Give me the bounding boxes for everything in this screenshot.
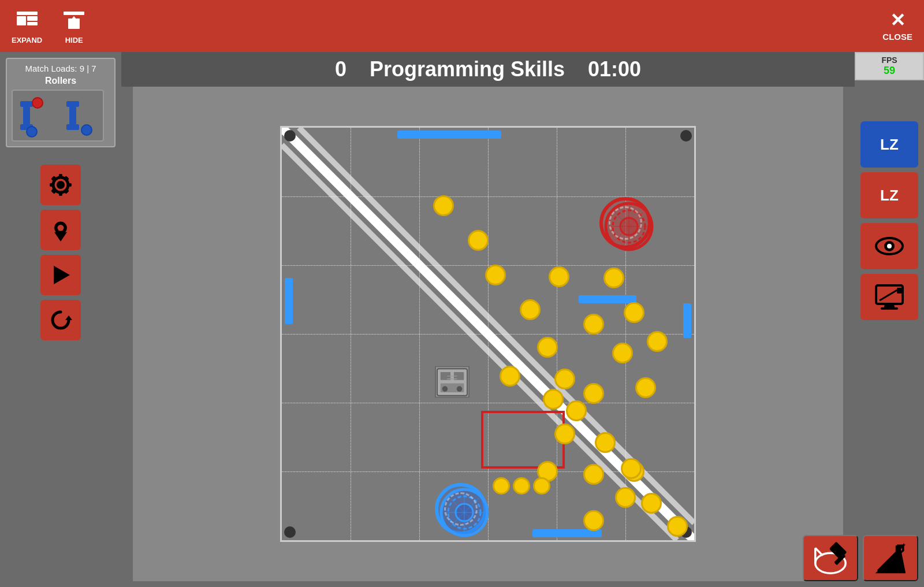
bottom-right-row (797, 535, 924, 581)
match-loads: Match Loads: 9 | 7 (12, 64, 110, 73)
disc-4 (520, 299, 541, 320)
svg-point-52 (442, 386, 448, 392)
left-panel: Match Loads: 9 | 7 Rollers (0, 52, 121, 587)
corner-tl (284, 130, 296, 142)
barrier-left-mid (285, 278, 293, 324)
robot (435, 366, 470, 398)
svg-rect-0 (17, 12, 38, 15)
fps-label: FPS (860, 55, 918, 65)
svg-rect-5 (68, 18, 80, 29)
topbar: EXPAND HIDE ✕ CLOSE (0, 0, 924, 52)
game-title: Programming Skills (370, 57, 565, 81)
svg-line-66 (815, 548, 823, 556)
right-panel: LZ LZ (855, 87, 924, 587)
corner-bl (284, 526, 296, 538)
rollers-label: Rollers (12, 76, 110, 86)
location-button[interactable] (40, 210, 81, 250)
disc-1 (433, 195, 454, 216)
svg-line-46 (614, 212, 643, 241)
svg-marker-30 (65, 315, 72, 320)
settings-button[interactable] (40, 165, 81, 205)
field-area (133, 87, 843, 581)
svg-rect-21 (67, 183, 72, 187)
svg-line-39 (450, 498, 479, 527)
disc-10 (641, 493, 662, 514)
svg-point-36 (456, 504, 473, 521)
disc-23 (583, 464, 604, 485)
barrier-right-lower (683, 303, 691, 338)
barrier-top (397, 131, 501, 139)
svg-rect-19 (59, 191, 62, 196)
svg-point-15 (81, 125, 92, 135)
svg-rect-20 (50, 183, 54, 187)
disc-20 (583, 383, 604, 404)
svg-rect-63 (897, 288, 901, 294)
disc-2 (468, 230, 489, 251)
svg-marker-6 (71, 16, 77, 20)
disc-26 (583, 510, 604, 531)
disc-11 (667, 516, 688, 537)
disc-14 (583, 314, 604, 335)
svg-rect-61 (881, 307, 898, 310)
close-button[interactable]: ✕ CLOSE (882, 11, 912, 42)
disc-13 (603, 268, 624, 288)
disc-24 (621, 458, 642, 479)
svg-rect-8 (20, 101, 33, 107)
disc-16 (612, 343, 633, 363)
monitor-button[interactable] (860, 274, 918, 320)
svg-point-43 (620, 218, 638, 235)
play-button[interactable] (40, 255, 81, 295)
svg-point-16 (57, 181, 65, 189)
fps-value: 59 (860, 65, 918, 77)
lz-red-button[interactable]: LZ (860, 172, 918, 218)
disc-15 (624, 302, 644, 323)
svg-line-62 (880, 289, 899, 300)
svg-rect-3 (27, 22, 38, 25)
svg-point-11 (32, 98, 43, 108)
svg-rect-4 (64, 12, 84, 15)
disc-28 (493, 477, 510, 495)
svg-point-53 (457, 386, 463, 392)
svg-point-58 (887, 244, 892, 248)
lasso-button[interactable] (803, 535, 858, 581)
svg-marker-70 (875, 548, 906, 574)
disc-7 (566, 400, 587, 421)
rollers-display (12, 90, 104, 142)
svg-marker-28 (54, 232, 67, 242)
disc-19 (543, 389, 564, 410)
svg-marker-29 (54, 266, 70, 284)
barrier-right-upper (579, 295, 636, 303)
score-value: 0 (335, 57, 346, 81)
disc-21 (635, 377, 656, 398)
disc-5 (537, 337, 558, 358)
corner-tr (680, 130, 692, 142)
view-button[interactable] (860, 223, 918, 269)
red-zone (481, 411, 565, 469)
svg-point-27 (58, 225, 64, 231)
disc-30 (533, 477, 550, 495)
game-field (280, 126, 696, 542)
svg-rect-13 (66, 101, 79, 107)
svg-rect-14 (66, 124, 79, 130)
disc-17 (647, 331, 668, 352)
left-buttons (40, 165, 81, 340)
disc-18 (500, 366, 520, 387)
svg-rect-1 (17, 16, 26, 25)
disc-25 (615, 487, 636, 508)
reset-button[interactable] (40, 300, 81, 340)
fps-display: FPS 59 (855, 52, 924, 80)
info-box: Match Loads: 9 | 7 Rollers (6, 58, 116, 147)
disc-6 (554, 369, 575, 389)
goal-blue (435, 483, 487, 535)
goal-red (599, 197, 651, 249)
arrow-button[interactable] (863, 535, 918, 581)
svg-rect-18 (59, 174, 62, 179)
expand-button[interactable]: EXPAND (12, 8, 42, 44)
disc-22 (554, 423, 575, 444)
hide-button[interactable]: HIDE (59, 8, 88, 44)
lz-blue-button[interactable]: LZ (860, 121, 918, 168)
timer: 01:00 (588, 57, 641, 81)
scorebar: 0 Programming Skills 01:00 (121, 52, 855, 87)
disc-29 (513, 477, 530, 495)
svg-rect-2 (27, 16, 38, 21)
